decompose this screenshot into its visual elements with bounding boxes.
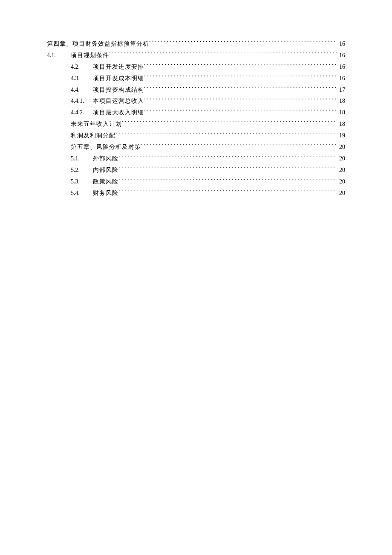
toc-row: 第四章、项目财务效益指标预算分析 16 (47, 38, 345, 49)
toc-page-number: 18 (337, 96, 345, 107)
toc-number: 5.2. (71, 165, 93, 176)
toc-page-number: 20 (337, 176, 345, 187)
toc-page-number: 18 (337, 119, 345, 130)
toc-leader-dots (118, 177, 337, 183)
toc-number: 4.1. (47, 50, 71, 61)
toc-number: 4.3. (71, 73, 93, 84)
toc-leader-dots (149, 40, 337, 46)
toc-leader-dots (144, 97, 337, 103)
toc-row: 5.3. 政策风险 20 (47, 176, 345, 187)
toc-row: 4.4.2. 项目最大收入明细 18 (47, 107, 345, 118)
toc-page-number: 16 (337, 61, 345, 73)
toc-title: 未来五年收入计划 (71, 119, 122, 130)
toc-leader-dots (109, 51, 337, 57)
toc-row: 4.2. 项目开发进度安排 16 (47, 61, 345, 73)
toc-leader-dots (115, 131, 337, 137)
toc-leader-dots (141, 143, 337, 149)
toc-title: 利润及利润分配 (71, 130, 115, 141)
toc-title: 外部风险 (93, 153, 118, 164)
toc-leader-dots (144, 108, 337, 114)
toc-title: 第五章、风险分析及对策 (71, 142, 141, 153)
toc-leader-dots (118, 189, 337, 195)
toc-title: 本项目运营总收入 (93, 96, 144, 107)
toc-leader-dots (118, 166, 337, 172)
toc-page-number: 16 (337, 73, 345, 84)
toc-title: 项目开发进度安排 (93, 61, 144, 73)
toc-title: 项目规划条件 (71, 50, 109, 61)
toc-number: 4.4. (71, 84, 93, 96)
toc-number: 4.4.2. (71, 107, 93, 118)
toc-page-number: 20 (337, 188, 345, 199)
toc-number: 4.2. (71, 61, 93, 73)
toc-row: 未来五年收入计划 18 (47, 119, 345, 130)
toc-number: 5.1. (71, 153, 93, 164)
toc-row: 4.4.1. 本项目运营总收入 18 (47, 96, 345, 107)
toc-number: 4.4.1. (71, 96, 93, 107)
toc-leader-dots (144, 74, 337, 80)
toc-row: 5.2. 内部风险 20 (47, 165, 345, 176)
toc-title: 内部风险 (93, 165, 118, 176)
toc-title: 项目最大收入明细 (93, 107, 144, 118)
toc-page-number: 18 (337, 107, 345, 118)
toc-title: 财务风险 (93, 188, 118, 199)
toc-page-number: 16 (337, 38, 345, 49)
toc-row: 5.4. 财务风险 20 (47, 188, 345, 199)
toc-leader-dots (144, 63, 337, 69)
toc-page-number: 17 (337, 84, 345, 96)
toc-page-number: 20 (337, 142, 345, 153)
toc-leader-dots (122, 120, 337, 126)
toc-row: 4.1. 项目规划条件 16 (47, 50, 345, 61)
toc-page-number: 20 (337, 153, 345, 164)
toc-row: 4.4. 项目投资构成结构 17 (47, 84, 345, 96)
toc-number: 5.3. (71, 176, 93, 187)
toc-row: 利润及利润分配 19 (47, 130, 345, 141)
toc-row: 第五章、风险分析及对策 20 (47, 142, 345, 153)
toc-page-number: 19 (337, 130, 345, 141)
toc-row: 5.1. 外部风险 20 (47, 153, 345, 164)
toc-title: 项目开发成本明细 (93, 73, 144, 84)
toc-title: 第四章、项目财务效益指标预算分析 (47, 38, 149, 49)
toc-page-number: 20 (337, 165, 345, 176)
toc-row: 4.3. 项目开发成本明细 16 (47, 73, 345, 84)
toc-title: 政策风险 (93, 176, 118, 187)
toc-leader-dots (118, 154, 337, 160)
toc-page-number: 16 (337, 50, 345, 61)
toc-number: 5.4. (71, 188, 93, 199)
toc-title: 项目投资构成结构 (93, 84, 144, 96)
table-of-contents: 第四章、项目财务效益指标预算分析 16 4.1. 项目规划条件 16 4.2. … (47, 38, 345, 198)
toc-leader-dots (144, 86, 337, 92)
